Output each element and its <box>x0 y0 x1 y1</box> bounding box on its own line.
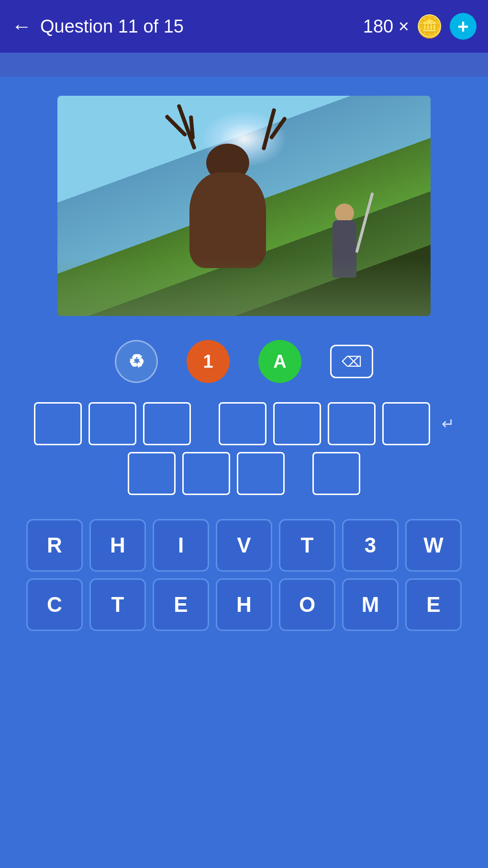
answer-cell-2-4[interactable] <box>312 452 360 495</box>
clear-button[interactable]: ♻ <box>115 340 158 383</box>
answer-cell-1-4[interactable] <box>219 402 266 445</box>
sword <box>355 192 374 253</box>
hint-button[interactable]: 1 <box>187 340 230 383</box>
answer-cell-1-7[interactable] <box>382 402 430 445</box>
key-3[interactable]: 3 <box>342 519 399 572</box>
key-T2[interactable]: T <box>89 578 146 631</box>
sub-header-accent <box>0 53 488 77</box>
delete-icon: ⌫ <box>342 353 362 370</box>
answer-cell-1-3[interactable] <box>143 402 191 445</box>
delete-button[interactable]: ⌫ <box>330 345 373 378</box>
creature-silhouette <box>146 134 309 268</box>
answer-grid: ↵ <box>0 397 488 509</box>
keyboard-row-1: R H I V T 3 W <box>11 519 477 572</box>
key-E[interactable]: E <box>153 578 209 631</box>
answer-cell-1-5[interactable] <box>273 402 321 445</box>
key-W[interactable]: W <box>405 519 462 572</box>
letter-hint-button[interactable]: A <box>258 340 301 383</box>
answer-row-1: ↵ <box>34 402 455 445</box>
key-E2[interactable]: E <box>405 578 462 631</box>
creature-torso <box>189 172 266 268</box>
answer-cell-2-2[interactable] <box>182 452 230 495</box>
answer-cell-1-2[interactable] <box>89 402 136 445</box>
header: ← Question 11 of 15 180 × 🪙 + <box>0 0 488 53</box>
key-O[interactable]: O <box>279 578 335 631</box>
answer-cell-1-1[interactable] <box>34 402 82 445</box>
game-image <box>57 96 431 316</box>
key-T[interactable]: T <box>279 519 335 572</box>
keyboard-row-2: C T E H O M E <box>11 578 477 631</box>
answer-row-2 <box>128 452 360 495</box>
header-left: ← Question 11 of 15 <box>11 16 184 37</box>
key-M[interactable]: M <box>342 578 399 631</box>
key-V[interactable]: V <box>216 519 272 572</box>
key-R[interactable]: R <box>26 519 83 572</box>
coin-count: 180 × <box>363 16 409 37</box>
add-coins-button[interactable]: + <box>450 13 477 40</box>
antler-left <box>177 104 197 150</box>
key-I[interactable]: I <box>153 519 209 572</box>
key-H[interactable]: H <box>89 519 146 572</box>
header-right: 180 × 🪙 + <box>363 13 477 40</box>
answer-cell-2-1[interactable] <box>128 452 176 495</box>
hint-number: 1 <box>203 351 213 372</box>
keyboard: R H I V T 3 W C T E H O M E <box>0 509 488 650</box>
fog-overlay <box>57 259 431 316</box>
image-area <box>0 77 488 330</box>
letter-hint-label: A <box>273 351 286 372</box>
key-H2[interactable]: H <box>216 578 272 631</box>
action-row: ♻ 1 A ⌫ <box>0 330 488 397</box>
answer-cell-2-3[interactable] <box>237 452 285 495</box>
back-button[interactable]: ← <box>11 16 32 36</box>
question-label: Question 11 of 15 <box>40 16 184 37</box>
answer-cell-1-6[interactable] <box>328 402 376 445</box>
wrap-icon: ↵ <box>442 415 455 433</box>
coin-icon: 🪙 <box>416 13 443 39</box>
char-head <box>335 203 354 223</box>
key-C[interactable]: C <box>26 578 83 631</box>
trash-icon: ♻ <box>128 351 144 372</box>
